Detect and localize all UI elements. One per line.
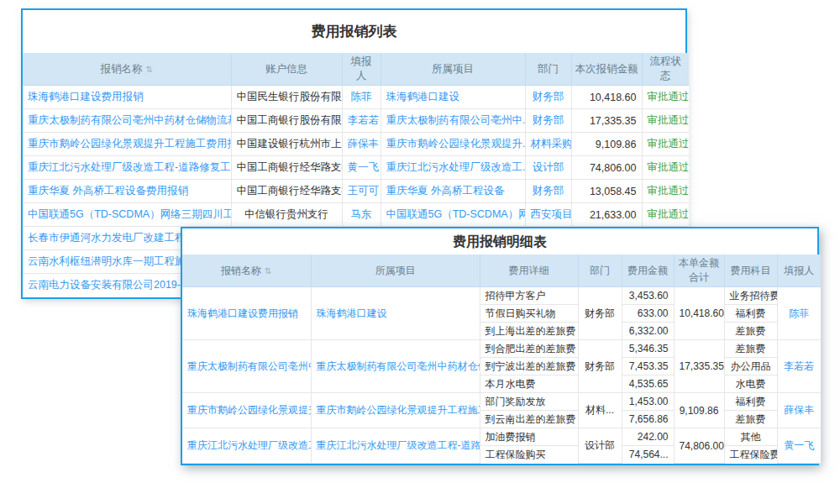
expense-name-link[interactable]: 重庆市鹅岭公园绿化景观提升工程 — [182, 393, 311, 428]
category-cell: 业务招待费 — [724, 287, 777, 305]
dept-cell: 设计部 — [525, 156, 571, 180]
expense-name-link[interactable]: 重庆太极制药有限公司亳州中药材 — [182, 340, 311, 393]
column-header-label: 费用金额 — [627, 265, 668, 276]
status-badge: 审批通过 — [642, 133, 689, 156]
category-cell: 工程保险费 — [724, 446, 777, 464]
detail-header-row: 报销名称⇅所属项目费用详细部门费用金额本单金额合计费用科目填报人 — [182, 255, 821, 287]
expense-name-link[interactable]: 珠海鹤港口建设费用报销 — [23, 86, 231, 109]
table-row: 重庆江北污水处理厂级改造工程-重庆江北污水处理厂级改造工程-道路修复工加油费报销… — [182, 428, 821, 446]
project-link[interactable]: 重庆太极制药有限公司亳州中... — [381, 109, 525, 133]
table-row: 重庆太极制药有限公司亳州中药材重庆太极制药有限公司亳州中药材仓储物流到合肥出差的… — [182, 340, 821, 358]
dept-cell: 材料采购 — [525, 133, 571, 156]
status-badge: 审批通过 — [642, 109, 689, 133]
column-header: 填报人 — [777, 255, 821, 287]
expense-detail-cell: 工程保险购买 — [480, 446, 578, 464]
sort-icon[interactable]: ⇅ — [146, 65, 153, 74]
status-badge: 审批通过 — [642, 86, 689, 109]
account-cell: 中国工商银行经华路支行 — [231, 180, 342, 203]
reporter-link[interactable]: 黄一飞 — [342, 156, 381, 180]
reporter-link[interactable]: 王可可 — [342, 180, 381, 203]
expense-name-link[interactable]: 重庆太极制药有限公司亳州中药材仓储物流基地项... — [23, 109, 231, 133]
amount-cell: 4,535.65 — [622, 375, 674, 393]
project-link[interactable]: 重庆江北污水处理厂级改造工... — [381, 156, 525, 180]
expense-name-link[interactable]: 重庆华夏 外高桥工程设备费用报销 — [23, 180, 231, 203]
column-header-label: 报销名称 — [221, 265, 261, 276]
detail-table-title: 费用报销明细表 — [182, 228, 817, 255]
total-amount-cell: 9,109.86 — [674, 393, 724, 428]
expense-name-link[interactable]: 重庆江北污水处理厂级改造工程-道路修复工程费用... — [23, 156, 231, 180]
detail-table-header: 报销名称⇅所属项目费用详细部门费用金额本单金额合计费用科目填报人 — [182, 255, 821, 287]
reporter-link[interactable]: 薛保丰 — [342, 133, 381, 156]
expense-detail-cell: 节假日购买礼物 — [480, 305, 578, 323]
table-row: 珠海鹤港口建设费用报销珠海鹤港口建设招待甲方客户财务部3,453.6010,41… — [182, 287, 821, 305]
expense-detail-cell: 到合肥出差的差旅费 — [480, 340, 578, 358]
column-header-label: 费用科目 — [731, 265, 771, 276]
category-cell: 差旅费 — [724, 340, 777, 358]
amount-cell: 7,656.86 — [622, 411, 674, 428]
amount-cell: 10,418.60 — [571, 86, 642, 109]
column-header-label: 流程状态 — [650, 55, 682, 81]
column-header-label: 本次报销金额 — [575, 63, 638, 75]
project-link[interactable]: 重庆华夏 外高桥工程设备 — [381, 180, 525, 203]
list-table-title: 费用报销列表 — [23, 10, 685, 53]
column-header: 费用科目 — [724, 255, 777, 287]
total-amount-cell: 10,418.60 — [674, 287, 724, 340]
detail-table: 报销名称⇅所属项目费用详细部门费用金额本单金额合计费用科目填报人 珠海鹤港口建设… — [182, 255, 821, 464]
category-cell: 福利费 — [724, 393, 777, 411]
column-header: 部门 — [525, 53, 571, 86]
expense-name-link[interactable]: 珠海鹤港口建设费用报销 — [182, 287, 311, 340]
reporter-link[interactable]: 黄一飞 — [777, 428, 821, 464]
dept-cell: 财务部 — [578, 287, 622, 340]
column-header-label: 报销名称 — [101, 63, 143, 75]
expense-detail-cell: 到宁波出差的差旅费 — [480, 358, 578, 375]
column-header-label: 填报人 — [351, 55, 372, 81]
dept-cell: 财务部 — [525, 86, 571, 109]
reporter-link[interactable]: 陈菲 — [777, 287, 821, 340]
column-header-label: 所属项目 — [375, 265, 416, 276]
table-row: 重庆华夏 外高桥工程设备费用报销中国工商银行经华路支行王可可重庆华夏 外高桥工程… — [23, 180, 689, 203]
total-amount-cell: 74,806.00 — [674, 428, 724, 464]
account-cell: 中国工商银行股份有限... — [231, 109, 342, 133]
list-table-header: 报销名称⇅账户信息填报人所属项目部门本次报销金额流程状态 — [23, 53, 689, 86]
reporter-link[interactable]: 陈菲 — [342, 86, 381, 109]
project-link[interactable]: 珠海鹤港口建设 — [311, 287, 480, 340]
detail-table-body: 珠海鹤港口建设费用报销珠海鹤港口建设招待甲方客户财务部3,453.6010,41… — [182, 287, 821, 464]
reporter-link[interactable]: 马东 — [342, 203, 381, 227]
column-header-label: 费用详细 — [509, 265, 549, 276]
reporter-link[interactable]: 李若若 — [342, 109, 381, 133]
category-cell: 水电费 — [724, 375, 777, 393]
project-link[interactable]: 重庆江北污水处理厂级改造工程-道路修复工 — [311, 428, 480, 464]
column-header: 填报人 — [342, 53, 381, 86]
dept-cell: 财务部 — [525, 109, 571, 133]
amount-cell: 21,633.00 — [571, 203, 642, 227]
account-cell: 中国民生银行股份有限... — [231, 86, 342, 109]
project-link[interactable]: 中国联通5G（TD-SCDMA）网... — [381, 203, 525, 227]
amount-cell: 633.00 — [622, 305, 674, 323]
expense-detail-table: 费用报销明细表 报销名称⇅所属项目费用详细部门费用金额本单金额合计费用科目填报人… — [181, 227, 819, 465]
list-header-row: 报销名称⇅账户信息填报人所属项目部门本次报销金额流程状态 — [23, 53, 689, 86]
category-cell: 差旅费 — [724, 411, 777, 428]
category-cell: 差旅费 — [724, 323, 777, 340]
sort-icon[interactable]: ⇅ — [265, 266, 271, 276]
column-header-label: 部门 — [538, 63, 559, 75]
amount-cell: 17,335.35 — [571, 109, 642, 133]
project-link[interactable]: 珠海鹤港口建设 — [381, 86, 525, 109]
project-link[interactable]: 重庆市鹅岭公园绿化景观提升工程施工 — [311, 393, 480, 428]
expense-name-link[interactable]: 重庆市鹅岭公园绿化景观提升工程施工费用报销 — [23, 133, 231, 156]
amount-cell: 242.00 — [622, 428, 674, 446]
table-row: 重庆江北污水处理厂级改造工程-道路修复工程费用...中国工商银行经华路支行黄一飞… — [23, 156, 689, 180]
status-badge: 审批通过 — [642, 180, 689, 203]
table-row: 中国联通5G（TD-SCDMA）网络三期四川工程费...中信银行贵州支行马东中国… — [23, 203, 689, 227]
reporter-link[interactable]: 薛保丰 — [777, 393, 821, 428]
amount-cell: 6,332.00 — [622, 323, 674, 340]
amount-cell: 74,806.00 — [571, 156, 642, 180]
expense-name-link[interactable]: 中国联通5G（TD-SCDMA）网络三期四川工程费... — [23, 203, 231, 227]
project-link[interactable]: 重庆市鹅岭公园绿化景观提升... — [381, 133, 525, 156]
table-row: 重庆太极制药有限公司亳州中药材仓储物流基地项...中国工商银行股份有限...李若… — [23, 109, 689, 133]
expense-name-link[interactable]: 重庆江北污水处理厂级改造工程- — [182, 428, 311, 464]
project-link[interactable]: 重庆太极制药有限公司亳州中药材仓储物流 — [311, 340, 480, 393]
expense-detail-cell: 加油费报销 — [480, 428, 578, 446]
reporter-link[interactable]: 李若若 — [777, 340, 821, 393]
dept-cell: 财务部 — [578, 340, 622, 393]
account-cell: 中信银行贵州支行 — [231, 203, 342, 227]
